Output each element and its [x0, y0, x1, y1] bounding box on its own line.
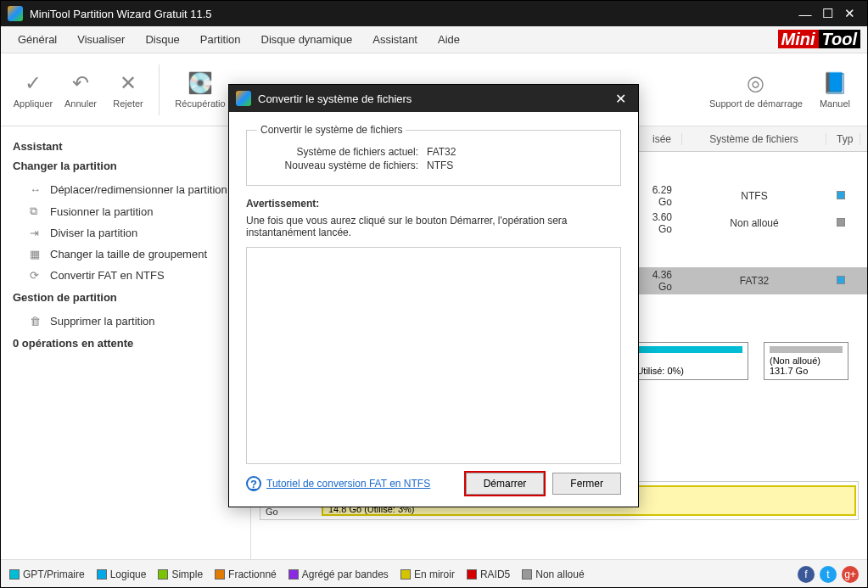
- facebook-icon[interactable]: f: [798, 566, 815, 583]
- window-title: MiniTool Partition Wizard Gratuit 11.5: [30, 8, 212, 20]
- warning-text: Une fois que vous aurez cliqué sur le bo…: [246, 215, 621, 238]
- part-usage: 131.7 Go: [770, 366, 843, 376]
- cell-used: 6.29 Go: [640, 184, 682, 208]
- sidebar-item-label: Déplacer/redimensionner la partition: [50, 183, 227, 196]
- legend-label: Simple: [171, 568, 203, 580]
- discard-label: Rejeter: [113, 98, 143, 109]
- legend-item: GPT/Primaire: [9, 568, 85, 580]
- menu-dyn[interactable]: Disque dynamique: [251, 30, 363, 49]
- th-type[interactable]: Typ: [826, 133, 860, 145]
- bootmedia-button[interactable]: ◎Support de démarrage: [701, 71, 811, 109]
- legend-item: RAID5: [467, 568, 510, 580]
- sidebar: Assistant Changer la partition ↔Déplacer…: [1, 126, 251, 559]
- manual-label: Manuel: [820, 98, 850, 109]
- sidebar-item-label: Supprimer la partition: [50, 315, 155, 328]
- apply-button[interactable]: ✓Appliquer: [9, 71, 57, 109]
- dialog-body: Convertir le système de fichiers Système…: [229, 112, 638, 464]
- book-icon: 📘: [822, 71, 848, 95]
- convert-icon: ⟳: [30, 269, 45, 282]
- gplus-icon[interactable]: g+: [842, 566, 859, 583]
- recovery-button[interactable]: 💽Récupératio: [166, 71, 234, 109]
- sidebar-h-change: Changer la partition: [13, 160, 238, 172]
- disk-icon: 💽: [188, 71, 213, 95]
- legend-swatch: [9, 569, 20, 580]
- partition-block[interactable]: (Non alloué) 131.7 Go: [764, 342, 848, 380]
- new-fs-label: Nouveau système de fichiers:: [257, 160, 427, 171]
- resize-icon: ↔: [30, 183, 45, 196]
- sidebar-item-cluster[interactable]: ▦Changer la taille de groupement: [13, 244, 238, 265]
- apply-label: Appliquer: [14, 98, 53, 109]
- fieldset-legend: Convertir le système de fichiers: [257, 124, 406, 136]
- app-icon: [236, 91, 251, 106]
- convert-fs-dialog: Convertir le système de fichiers ✕ Conve…: [228, 84, 639, 507]
- cell-fs: FAT32: [682, 275, 826, 287]
- sidebar-h-manage: Gestion de partition: [13, 291, 238, 304]
- dialog-close-button[interactable]: ✕: [610, 91, 631, 107]
- menu-general[interactable]: Général: [8, 30, 67, 49]
- titlebar: MiniTool Partition Wizard Gratuit 11.5 —…: [1, 1, 867, 26]
- log-box: [246, 247, 621, 464]
- legend-item: En miroir: [400, 568, 455, 580]
- menu-aide[interactable]: Aide: [428, 30, 470, 49]
- manual-button[interactable]: 📘Manuel: [811, 71, 859, 109]
- brand-logo: MiniTool: [778, 30, 860, 49]
- undo-icon: ↶: [72, 71, 89, 95]
- recovery-label: Récupératio: [175, 98, 225, 109]
- legend-item: Logique: [97, 568, 147, 580]
- dialog-titlebar: Convertir le système de fichiers ✕: [229, 85, 638, 112]
- menu-disque[interactable]: Disque: [135, 30, 189, 49]
- split-icon: ⇥: [30, 227, 45, 239]
- bootmedia-label: Support de démarrage: [709, 98, 803, 109]
- menu-assistant[interactable]: Assistant: [362, 30, 428, 49]
- start-button[interactable]: Démarrer: [466, 473, 545, 495]
- dialog-title: Convertir le système de fichiers: [258, 92, 412, 105]
- usage-bar: [770, 346, 843, 353]
- disc-icon: ◎: [747, 71, 764, 95]
- sidebar-item-label: Changer la taille de groupement: [50, 248, 207, 260]
- th-fs[interactable]: Système de fichiers: [682, 133, 826, 145]
- twitter-icon[interactable]: t: [820, 566, 837, 583]
- legend-swatch: [215, 569, 225, 580]
- sidebar-item-convert[interactable]: ⟳Convertir FAT en NTFS: [13, 265, 238, 286]
- legend-label: Non alloué: [535, 568, 584, 580]
- legend-item: Agrégé par bandes: [288, 568, 389, 580]
- legend-swatch: [288, 569, 299, 580]
- legend-label: Fractionné: [228, 568, 277, 580]
- sidebar-item-merge[interactable]: ⧉Fusionner la partition: [13, 200, 238, 222]
- current-fs-value: FAT32: [427, 146, 456, 158]
- cluster-icon: ▦: [30, 248, 45, 260]
- minimize-button[interactable]: —: [794, 7, 816, 21]
- legend-label: Logique: [110, 568, 147, 580]
- menu-partition[interactable]: Partition: [190, 30, 251, 49]
- trash-icon: 🗑: [30, 315, 45, 328]
- undo-button[interactable]: ↶Annuler: [57, 71, 104, 109]
- sidebar-item-delete[interactable]: 🗑Supprimer la partition: [13, 311, 238, 332]
- social-links: f t g+: [798, 566, 859, 583]
- cell-fs: NTFS: [682, 190, 826, 202]
- x-icon: ✕: [120, 71, 137, 95]
- close-button[interactable]: ✕: [838, 6, 860, 21]
- question-icon: ?: [246, 476, 261, 491]
- sidebar-item-move[interactable]: ↔Déplacer/redimensionner la partition: [13, 179, 238, 200]
- legend-item: Simple: [158, 568, 203, 580]
- legend-swatch: [97, 569, 107, 580]
- th-used[interactable]: isée: [640, 133, 682, 145]
- legend-item: Non alloué: [522, 568, 584, 580]
- tutorial-label: Tutoriel de conversion FAT en NTFS: [266, 478, 430, 490]
- part-name: (Non alloué): [770, 356, 843, 366]
- sidebar-item-label: Convertir FAT en NTFS: [50, 269, 165, 282]
- undo-label: Annuler: [64, 98, 97, 109]
- close-dialog-button[interactable]: Fermer: [552, 473, 621, 495]
- legend-swatch: [467, 569, 477, 580]
- legend-label: Agrégé par bandes: [302, 568, 389, 580]
- cell-used: 4.36 Go: [640, 269, 682, 293]
- sidebar-h-assistant: Assistant: [13, 140, 238, 153]
- cell-used: 3.60 Go: [640, 211, 682, 235]
- legend-swatch: [158, 569, 168, 580]
- discard-button[interactable]: ✕Rejeter: [104, 71, 152, 109]
- sidebar-item-split[interactable]: ⇥Diviser la partition: [13, 222, 238, 244]
- legend-swatch: [522, 569, 532, 580]
- tutorial-link[interactable]: ? Tutoriel de conversion FAT en NTFS: [246, 476, 430, 491]
- maximize-button[interactable]: ☐: [816, 6, 838, 21]
- menu-visualiser[interactable]: Visualiser: [67, 30, 135, 49]
